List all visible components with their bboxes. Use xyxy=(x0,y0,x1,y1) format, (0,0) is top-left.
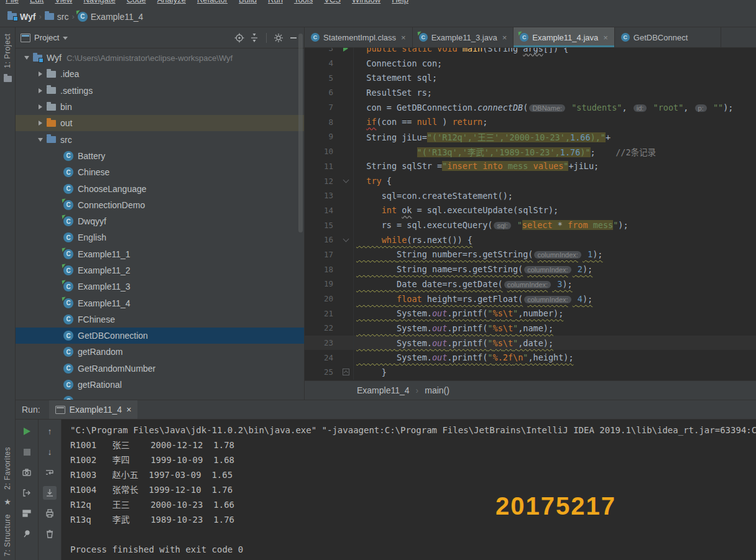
line-number[interactable]: 21 xyxy=(305,309,338,318)
menu-item-build[interactable]: Build xyxy=(233,0,262,6)
chevron-collapsed-icon[interactable] xyxy=(35,88,45,93)
code-line-5[interactable]: 5 Statement sql; xyxy=(305,70,756,85)
run-line-icon[interactable] xyxy=(338,48,354,56)
hide-panel-icon[interactable] xyxy=(288,32,299,44)
stop-button[interactable] xyxy=(20,445,34,459)
line-number[interactable]: 4 xyxy=(305,58,338,68)
line-number[interactable]: 23 xyxy=(305,338,338,347)
tree-item-src[interactable]: src xyxy=(16,131,304,147)
tree-item-GetDBConnection[interactable]: CGetDBConnection xyxy=(16,328,304,344)
menu-item-help[interactable]: Help xyxy=(386,0,414,6)
scrollbar[interactable] xyxy=(298,34,303,232)
menu-item-tools[interactable]: Tools xyxy=(288,0,318,6)
tree-item-getRational[interactable]: CgetRational xyxy=(16,377,304,393)
line-number[interactable]: 8 xyxy=(305,117,338,127)
code-line-7[interactable]: 7 con = GetDBConnection.connectDB(DBName… xyxy=(305,100,756,115)
tree-item-Wyf[interactable]: WyfC:\Users\Administrator\eclipse-worksp… xyxy=(16,50,304,66)
code-line-4[interactable]: 4 Connection con; xyxy=(305,56,756,71)
line-number[interactable]: 11 xyxy=(305,162,338,171)
tree-item-ChooseLanguage[interactable]: CChooseLanguage xyxy=(16,180,304,196)
breadcrumb-item-example11_4[interactable]: CExample11_4 xyxy=(75,12,146,22)
fold-marker-icon[interactable] xyxy=(338,365,354,380)
line-number[interactable]: 22 xyxy=(305,323,338,333)
tree-item-.settings[interactable]: .settings xyxy=(16,83,304,99)
code-line-23[interactable]: 23 System.out.printf("%s\t",date); xyxy=(305,336,756,351)
menu-item-refactor[interactable]: Refactor xyxy=(191,0,233,6)
line-number[interactable]: 6 xyxy=(305,88,338,97)
tree-item-ConnectionDemo[interactable]: CConnectionDemo xyxy=(16,197,304,213)
down-stack-button[interactable]: ↓ xyxy=(43,445,57,459)
code-line-8[interactable]: 8 if(con == null ) return; xyxy=(305,114,756,129)
code-line-24[interactable]: 24 System.out.printf("%.2f\n",height); xyxy=(305,350,756,365)
menu-item-vcs[interactable]: VCS xyxy=(318,0,346,6)
line-number[interactable]: 10 xyxy=(305,147,338,156)
chevron-collapsed-icon[interactable] xyxy=(35,121,45,126)
tree-item-GetRandomNumber[interactable]: CGetRandomNumber xyxy=(16,360,304,377)
tree-item-Example11_2[interactable]: CExample11_2 xyxy=(16,262,304,278)
line-number[interactable]: 7 xyxy=(305,103,338,112)
menu-item-view[interactable]: View xyxy=(49,0,78,6)
soft-wrap-button[interactable] xyxy=(43,466,57,479)
breadcrumb-item-wyf[interactable]: Wyf xyxy=(5,12,38,22)
tool-stripe-project-button[interactable]: 1: Project xyxy=(3,34,12,68)
menu-item-code[interactable]: Code xyxy=(121,0,152,6)
code-line-16[interactable]: 16 while(rs.next()) { xyxy=(305,232,756,247)
code-line-14[interactable]: 14 int ok = sql.executeUpdate(sqlStr); xyxy=(305,203,756,218)
line-number[interactable]: 19 xyxy=(305,279,338,288)
code-line-6[interactable]: 6 ResultSet rs; xyxy=(305,85,756,100)
code-line-19[interactable]: 19 Date date=rs.getDate(columnIndex: 3); xyxy=(305,277,756,291)
thread-dump-button[interactable] xyxy=(20,466,34,479)
locate-icon[interactable] xyxy=(234,32,245,44)
settings-gear-icon[interactable] xyxy=(273,32,284,44)
chevron-expanded-icon[interactable] xyxy=(22,56,32,60)
chevron-collapsed-icon[interactable] xyxy=(35,71,45,76)
print-button[interactable] xyxy=(43,507,57,520)
scroll-to-end-button[interactable] xyxy=(43,486,57,500)
chevron-collapsed-icon[interactable] xyxy=(35,104,45,109)
line-number[interactable]: 15 xyxy=(305,221,338,230)
editor-tab-statementimpl.class[interactable]: CStatementImpl.class× xyxy=(305,27,413,47)
tree-item-Chinese[interactable]: CChinese xyxy=(16,164,304,180)
code-editor[interactable]: 3 public static void main(String args[])… xyxy=(305,48,756,380)
close-icon[interactable]: × xyxy=(502,33,507,42)
code-line-18[interactable]: 18 String name=rs.getString(columnIndex:… xyxy=(305,262,756,277)
run-tab[interactable]: Example11_4 × xyxy=(49,400,138,419)
line-number[interactable]: 25 xyxy=(305,367,338,377)
restore-layout-button[interactable] xyxy=(20,486,34,500)
code-line-13[interactable]: 13 sql=con.createStatement(); xyxy=(305,188,756,203)
pin-tab-button[interactable] xyxy=(20,527,34,541)
editor-breadcrumb-item[interactable]: Example11_4 xyxy=(357,385,410,395)
line-number[interactable]: 13 xyxy=(305,191,338,200)
editor-tab-getdbconnect[interactable]: CGetDBConnect xyxy=(615,27,721,47)
tree-item-getRandom[interactable]: CgetRandom xyxy=(16,344,304,360)
tree-item-English[interactable]: CEnglish xyxy=(16,229,304,246)
code-line-3[interactable]: 3 public static void main(String args[])… xyxy=(305,48,756,56)
tree-item-Example11_3[interactable]: CExample11_3 xyxy=(16,278,304,295)
line-number[interactable]: 17 xyxy=(305,250,338,259)
line-number[interactable]: 20 xyxy=(305,294,338,303)
tree-item-FChinese[interactable]: CFChinese xyxy=(16,311,304,328)
chevron-down-icon[interactable] xyxy=(63,37,68,40)
menu-item-navigate[interactable]: Navigate xyxy=(78,0,121,6)
collapse-all-icon[interactable] xyxy=(249,32,260,44)
tree-item-bin[interactable]: bin xyxy=(16,99,304,115)
code-line-9[interactable]: 9 String jiLu="('R12q','王三','2000-10-23'… xyxy=(305,129,756,144)
code-line-12[interactable]: 12 try { xyxy=(305,173,756,188)
tree-item-Battery[interactable]: CBattery xyxy=(16,148,304,164)
code-line-20[interactable]: 20 float height=rs.getFloat(columnIndex:… xyxy=(305,291,756,306)
close-icon[interactable]: × xyxy=(603,33,608,42)
line-number[interactable]: 12 xyxy=(305,177,338,186)
tree-item-partial[interactable]: C xyxy=(16,393,304,400)
fold-marker-icon[interactable] xyxy=(338,232,354,247)
editor-tab-example11_3.java[interactable]: CExample11_3.java× xyxy=(413,27,514,47)
tree-item-Example11_1[interactable]: CExample11_1 xyxy=(16,246,304,262)
chevron-expanded-icon[interactable] xyxy=(35,138,45,142)
code-line-25[interactable]: 25 } xyxy=(305,365,756,380)
menu-item-edit[interactable]: Edit xyxy=(24,0,49,6)
up-stack-button[interactable]: ↑ xyxy=(43,425,57,438)
menu-item-run[interactable]: Run xyxy=(262,0,288,6)
tree-item-Dwqyyf[interactable]: CDwqyyf xyxy=(16,213,304,229)
project-panel-title[interactable]: Project xyxy=(34,33,59,42)
code-line-11[interactable]: 11 String sqlStr ="insert into mess valu… xyxy=(305,159,756,174)
clear-all-button[interactable] xyxy=(43,527,57,541)
